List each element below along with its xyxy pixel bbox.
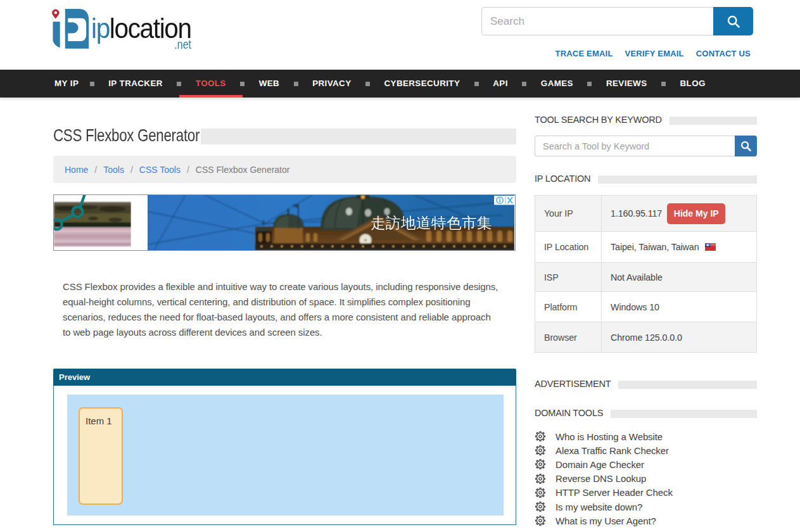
preview-panel-header: Preview <box>53 369 516 386</box>
ip-info-table: Your IP 1.160.95.117 Hide My IP IP Locat… <box>535 195 757 353</box>
nav-item-tools[interactable]: TOOLS <box>179 70 243 98</box>
browser-label: Browser <box>535 322 602 353</box>
main-navbar: MY IP IP TRACKER TOOLS WEB PRIVACY CYBER… <box>0 70 800 98</box>
domain-tool-row: HTTP Server Header Check <box>535 486 757 500</box>
trace-email-link[interactable]: TRACE EMAIL <box>556 49 613 58</box>
table-row-isp: ISP Not Available <box>535 263 757 292</box>
domain-tools-list: Who is Hosting a WebsiteAlexa Traffic Ra… <box>535 429 757 528</box>
breadcrumb-tools-link[interactable]: Tools <box>103 165 124 175</box>
nav-item-cybersecurity[interactable]: CYBERSECURITY <box>368 70 477 98</box>
page-title: CSS Flexbox Generator <box>53 125 200 146</box>
ad-overlay-text: 走訪地道特色市集 <box>371 215 492 231</box>
breadcrumb-separator: / <box>130 165 133 175</box>
intro-line: equal-height columns, vertical centering… <box>63 294 510 310</box>
gear-icon <box>535 516 545 526</box>
verify-email-link[interactable]: VERIFY EMAIL <box>625 49 684 58</box>
domain-tool-row: Is my website down? <box>535 500 757 514</box>
nav-item-privacy[interactable]: PRIVACY <box>296 70 367 98</box>
nav-item-web[interactable]: WEB <box>243 70 296 98</box>
intro-paragraph: CSS Flexbox provides a flexible and intu… <box>63 279 510 340</box>
nav-menu: MY IP IP TRACKER TOOLS WEB PRIVACY CYBER… <box>0 70 800 98</box>
gear-icon <box>535 431 545 441</box>
platform-value: Windows 10 <box>602 292 757 322</box>
logo-text-ip: ip <box>91 12 110 44</box>
site-search-button[interactable] <box>713 7 753 35</box>
breadcrumb-css-tools-link[interactable]: CSS Tools <box>139 165 181 175</box>
site-logo[interactable]: iplocation .net <box>53 5 199 56</box>
flex-preview-item-1[interactable]: Item 1 <box>79 407 123 505</box>
domain-tool-row: Who is Hosting a Website <box>535 429 757 443</box>
gear-icon <box>535 474 545 484</box>
table-row-ip-location: IP Location Taipei, Taiwan, Taiwan <box>535 232 757 263</box>
breadcrumb-current: CSS Flexbox Generator <box>196 165 290 175</box>
your-ip-label: Your IP <box>535 196 602 232</box>
tool-search-form <box>535 136 757 156</box>
heading-decor-bar <box>598 175 757 184</box>
breadcrumb: Home / Tools / CSS Tools / CSS Flexbox G… <box>53 156 516 183</box>
domain-tool-link[interactable]: Who is Hosting a Website <box>556 431 663 442</box>
title-decor-bar <box>201 129 516 144</box>
heading-decor-bar <box>670 117 757 125</box>
tool-search-heading: TOOL SEARCH BY KEYWORD <box>535 115 662 125</box>
domain-tool-link[interactable]: Alexa Traffic Rank Checker <box>556 445 669 456</box>
nav-item-reviews[interactable]: REVIEWS <box>590 70 664 98</box>
domain-tool-link[interactable]: HTTP Server Header Check <box>556 487 673 498</box>
page: iplocation .net TRACE EMAIL VERIFY EMAIL… <box>0 0 800 532</box>
nav-item-games[interactable]: GAMES <box>524 70 590 98</box>
intro-line: CSS Flexbox provides a flexible and intu… <box>63 279 510 294</box>
domain-tool-link[interactable]: Is my website down? <box>556 502 642 512</box>
breadcrumb-home-link[interactable]: Home <box>65 165 88 175</box>
tool-search-button[interactable] <box>735 136 757 156</box>
domain-tools-heading-row: DOMAIN TOOLS <box>535 408 757 419</box>
site-search-form <box>481 7 753 35</box>
gear-icon <box>535 445 545 455</box>
domain-tools-heading: DOMAIN TOOLS <box>535 408 603 419</box>
domain-tool-row: Reverse DNS Lookup <box>535 472 757 486</box>
breadcrumb-separator: / <box>187 165 189 175</box>
nav-item-ip-tracker[interactable]: IP TRACKER <box>92 70 179 98</box>
contact-us-link[interactable]: CONTACT US <box>696 49 751 58</box>
search-icon <box>740 141 751 151</box>
sidebar: TOOL SEARCH BY KEYWORD IP LOCATION Your … <box>535 98 757 532</box>
search-icon <box>727 15 740 28</box>
taiwan-flag-icon <box>705 243 716 251</box>
gear-icon <box>535 488 545 498</box>
advertisement-heading: ADVERTISEMENT <box>535 379 611 390</box>
adchoices-icon <box>494 196 514 205</box>
ip-location-label: IP Location <box>535 232 602 263</box>
preview-panel: Preview Item 1 <box>53 369 516 525</box>
platform-label: Platform <box>535 292 602 322</box>
preview-panel-body: Item 1 <box>53 386 516 525</box>
ip-location-heading-row: IP LOCATION <box>535 174 757 184</box>
gear-icon <box>535 502 545 512</box>
nav-item-blog[interactable]: BLOG <box>663 70 721 98</box>
intro-line: scenarios, reduces the need for float-ba… <box>63 310 510 325</box>
your-ip-value: 1.160.95.117 <box>611 208 662 218</box>
table-row-browser: Browser Chrome 125.0.0.0 <box>535 322 757 353</box>
tool-search-input[interactable] <box>535 136 735 156</box>
site-search-input[interactable] <box>481 7 713 35</box>
ip-location-value: Taipei, Taiwan, Taiwan <box>611 242 699 252</box>
gear-icon <box>535 459 545 469</box>
ip-location-heading: IP LOCATION <box>535 174 590 184</box>
ad-banner[interactable]: 走訪地道特色市集 <box>53 194 516 251</box>
domain-tool-link[interactable]: What is my User Agent? <box>556 516 656 526</box>
logo-mark-icon <box>52 5 91 54</box>
hide-my-ip-button[interactable]: Hide My IP <box>667 203 725 224</box>
domain-tool-row: Domain Age Checker <box>535 457 757 471</box>
nav-item-my-ip[interactable]: MY IP <box>53 70 92 98</box>
domain-tool-row: Alexa Traffic Rank Checker <box>535 443 757 457</box>
domain-tool-link[interactable]: Reverse DNS Lookup <box>556 473 646 484</box>
tool-search-heading-row: TOOL SEARCH BY KEYWORD <box>535 115 757 125</box>
logo-text-tld: .net <box>143 37 191 52</box>
nav-item-api[interactable]: API <box>476 70 524 98</box>
table-row-platform: Platform Windows 10 <box>535 292 757 322</box>
advertisement-heading-row: ADVERTISEMENT <box>535 379 757 390</box>
heading-decor-bar <box>618 381 757 389</box>
flex-preview-container: Item 1 <box>67 395 504 516</box>
domain-tool-link[interactable]: Domain Age Checker <box>556 459 644 470</box>
ad-left-image <box>54 195 131 250</box>
breadcrumb-separator: / <box>94 165 97 175</box>
table-row-your-ip: Your IP 1.160.95.117 Hide My IP <box>535 196 757 232</box>
domain-tool-row: What is my User Agent? <box>535 514 757 528</box>
